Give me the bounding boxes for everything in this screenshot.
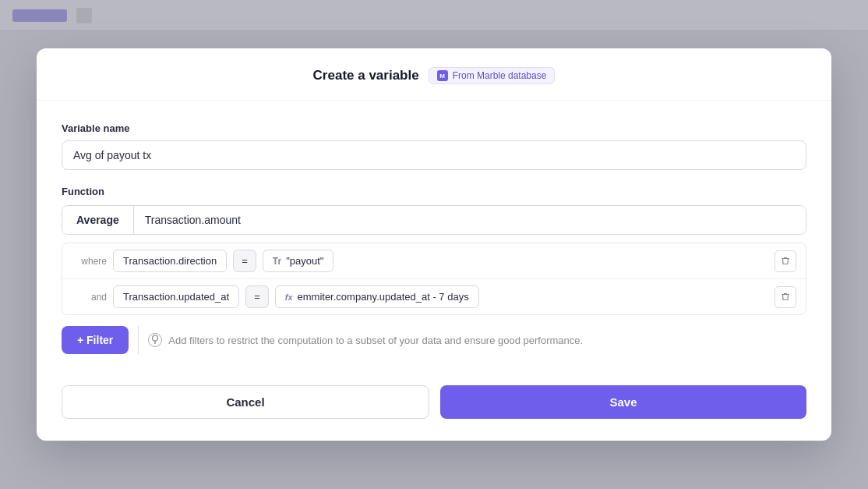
filter-hint-text: Add filters to restrict the computation … [168,335,583,346]
filter-operator-1: = [245,285,269,308]
function-field-input[interactable] [134,206,806,234]
modal-backdrop: Create a variable M From Marble database… [0,0,868,489]
modal-title: Create a variable [313,68,419,83]
create-variable-modal: Create a variable M From Marble database… [37,48,831,441]
function-row: Average [62,205,806,235]
svg-point-0 [153,335,158,341]
variable-name-input[interactable] [62,140,806,170]
filter-value-text-1: emmiter.company.updated_at - 7 days [298,291,469,303]
filter-row: and Transaction.updated_at = fx emmiter.… [62,279,806,314]
source-badge-label: From Marble database [453,70,547,81]
add-filter-divider [138,326,139,354]
filter-value-type-icon-0: Tr [273,256,281,267]
filter-keyword-and: and [72,292,107,303]
filter-operator-0: = [233,250,256,272]
filter-value-type-icon-1: fx [285,292,293,302]
save-button[interactable]: Save [440,385,806,419]
filter-keyword-where: where [72,256,107,267]
filter-value-text-0: "payout" [286,255,323,267]
filter-field-0[interactable]: Transaction.direction [113,250,227,272]
source-icon: M [437,70,448,81]
filter-delete-button-1[interactable] [774,286,796,308]
modal-header: Create a variable M From Marble database [37,48,831,101]
filter-delete-button-0[interactable] [774,250,796,272]
filter-field-1[interactable]: Transaction.updated_at [113,285,239,308]
variable-name-label: Variable name [62,122,806,134]
filter-value-1[interactable]: fx emmiter.company.updated_at - 7 days [275,285,479,308]
function-label: Function [62,186,806,197]
function-type-button[interactable]: Average [62,206,134,234]
filter-row: where Transaction.direction = Tr "payout… [62,243,806,279]
hint-icon [148,333,162,347]
modal-footer: Cancel Save [37,373,831,441]
filter-value-0[interactable]: Tr "payout" [263,250,334,272]
add-filter-row: + Filter Add filters to restrict the com… [62,326,806,354]
filters-container: where Transaction.direction = Tr "payout… [62,243,806,315]
add-filter-button[interactable]: + Filter [62,326,129,354]
modal-body: Variable name Function Average where Tra… [37,101,831,373]
cancel-button[interactable]: Cancel [62,385,429,419]
source-badge: M From Marble database [429,67,556,84]
filter-hint: Add filters to restrict the computation … [148,333,583,347]
